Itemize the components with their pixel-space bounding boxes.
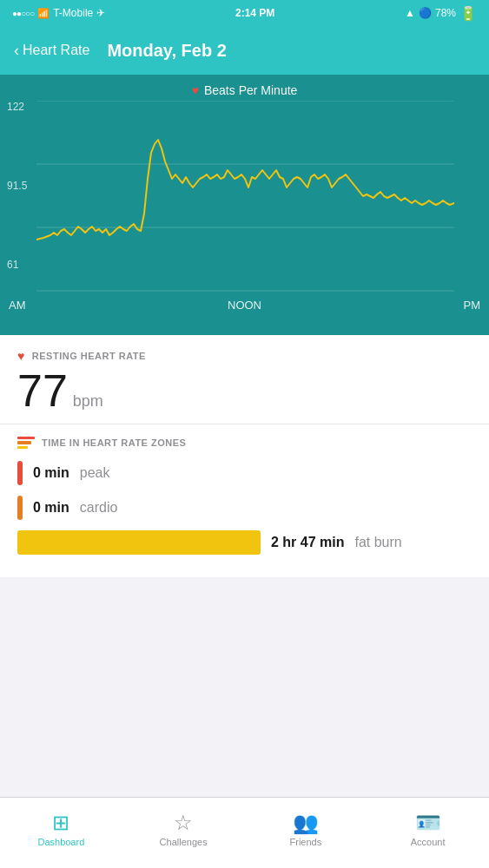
tab-dashboard[interactable]: ⊞ Dashboard — [0, 798, 122, 868]
tab-challenges[interactable]: ☆ Challenges — [122, 798, 245, 868]
resting-value: 77 bpm — [17, 368, 472, 413]
heart-icon: ♥ — [192, 83, 199, 97]
zone-peak-value: 0 min — [33, 465, 69, 481]
y-label-low: 61 — [7, 259, 27, 271]
zone-peak-row: 0 min peak — [17, 461, 472, 485]
x-axis-labels: AM NOON PM — [0, 295, 489, 319]
zone-cardio-bar — [17, 496, 23, 520]
status-bar: ●●○○○ 📶 T-Mobile ✈ 2:14 PM ▲ 🔵 78% 🔋 — [0, 0, 489, 26]
zone-peak-bar — [17, 461, 23, 485]
zones-label: TIME IN HEART RATE ZONES — [17, 437, 472, 449]
status-battery: ▲ 🔵 78% 🔋 — [405, 5, 477, 22]
account-icon: 🪪 — [415, 812, 441, 833]
chart-legend: ♥ Beats Per Minute — [0, 75, 489, 101]
zone-cardio-row: 0 min cardio — [17, 496, 472, 520]
x-label-am: AM — [9, 299, 26, 312]
nav-header: ‹ Heart Rate Monday, Feb 2 — [0, 26, 489, 75]
chevron-left-icon: ‹ — [14, 42, 19, 60]
zone-peak-name: peak — [80, 465, 110, 481]
friends-icon: 👥 — [293, 812, 319, 833]
tab-challenges-label: Challenges — [160, 837, 208, 847]
tab-account[interactable]: 🪪 Account — [367, 798, 489, 868]
page-title: Monday, Feb 2 — [107, 41, 226, 61]
status-carrier: ●●○○○ 📶 T-Mobile ✈ — [12, 7, 105, 19]
zone-fatburn-value: 2 hr 47 min — [271, 535, 344, 550]
zone-fatburn-row: 2 hr 47 min fat burn — [17, 530, 472, 555]
status-time: 2:14 PM — [235, 7, 274, 19]
chart-svg — [36, 101, 454, 292]
tab-dashboard-label: Dashboard — [37, 837, 84, 847]
tab-bar: ⊞ Dashboard ☆ Challenges 👥 Friends 🪪 Acc… — [0, 797, 489, 868]
tab-account-label: Account — [411, 837, 446, 847]
zone-cardio-value: 0 min — [33, 500, 69, 516]
tab-friends[interactable]: 👥 Friends — [245, 798, 367, 868]
zones-icon — [17, 437, 35, 449]
zone-cardio-name: cardio — [80, 500, 118, 516]
resting-label: ♥ RESTING HEART RATE — [17, 349, 472, 363]
heart-icon-resting: ♥ — [17, 349, 25, 363]
content-area: ♥ RESTING HEART RATE 77 bpm TIME IN HEAR… — [0, 335, 489, 577]
y-label-mid: 91.5 — [7, 180, 27, 192]
resting-heart-rate-section: ♥ RESTING HEART RATE 77 bpm — [0, 335, 489, 424]
resting-number: 77 — [17, 368, 68, 413]
challenges-icon: ☆ — [174, 812, 193, 833]
zone-fatburn-bar — [17, 530, 261, 555]
dashboard-icon: ⊞ — [52, 812, 69, 833]
heart-rate-zones-section: TIME IN HEART RATE ZONES 0 min peak 0 mi… — [0, 424, 489, 577]
resting-unit: bpm — [73, 392, 103, 411]
x-label-noon: NOON — [228, 299, 261, 312]
heart-rate-chart: ♥ Beats Per Minute 122 91.5 61 AM NOON P… — [0, 75, 489, 335]
x-label-pm: PM — [464, 299, 481, 312]
back-button[interactable]: ‹ Heart Rate — [14, 42, 89, 60]
tab-friends-label: Friends — [290, 837, 322, 847]
zone-fatburn-name: fat burn — [354, 535, 401, 550]
y-label-high: 122 — [7, 101, 27, 113]
